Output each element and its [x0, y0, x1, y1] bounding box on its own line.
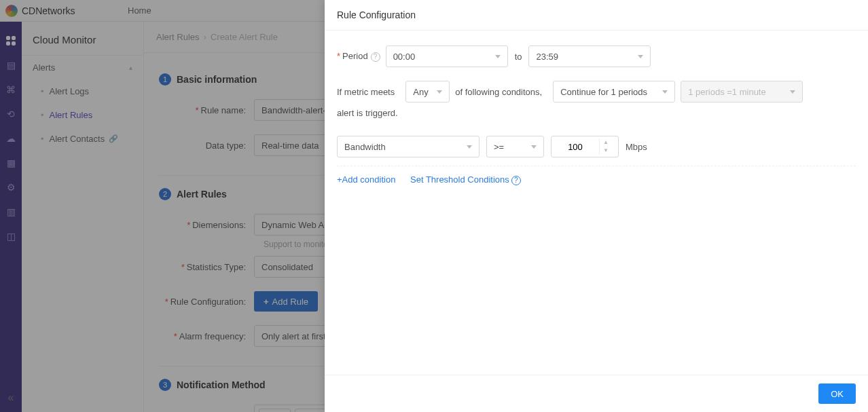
period-hint-select: 1 periods =1 minute — [681, 81, 803, 102]
metric-sentence-p3: alert is triggerd. — [337, 108, 398, 118]
step-down-icon[interactable]: ▼ — [600, 147, 612, 155]
operator-select[interactable]: >= — [486, 136, 544, 157]
threshold-value[interactable] — [551, 142, 599, 152]
condition-row: Bandwidth >= ▲ ▼ Mbps — [337, 132, 856, 166]
period-to-label: to — [515, 52, 522, 62]
add-condition-link[interactable]: +Add condition — [337, 174, 395, 185]
unit-label: Mbps — [626, 142, 647, 152]
help-icon[interactable]: ? — [511, 176, 521, 185]
help-icon[interactable]: ? — [371, 52, 380, 62]
any-select[interactable]: Any — [405, 81, 450, 102]
ok-button[interactable]: OK — [818, 383, 856, 404]
step-up-icon[interactable]: ▲ — [600, 138, 612, 147]
rule-config-drawer: Rule Configuration *Period? 00:00 to 23:… — [325, 0, 868, 412]
metric-sentence-p1: If metric meets — [337, 87, 395, 97]
metric-select[interactable]: Bandwidth — [337, 136, 480, 157]
period-label: *Period? — [337, 51, 380, 62]
set-threshold-link[interactable]: Set Threshold Conditions? — [410, 174, 521, 185]
drawer-title: Rule Configuration — [325, 0, 868, 31]
continue-periods-select[interactable]: Continue for 1 periods — [553, 81, 675, 102]
metric-sentence-p2: of following conditons, — [455, 87, 542, 97]
period-from-select[interactable]: 00:00 — [386, 45, 508, 67]
threshold-input[interactable]: ▲ ▼ — [551, 136, 619, 157]
period-to-select[interactable]: 23:59 — [528, 45, 651, 67]
